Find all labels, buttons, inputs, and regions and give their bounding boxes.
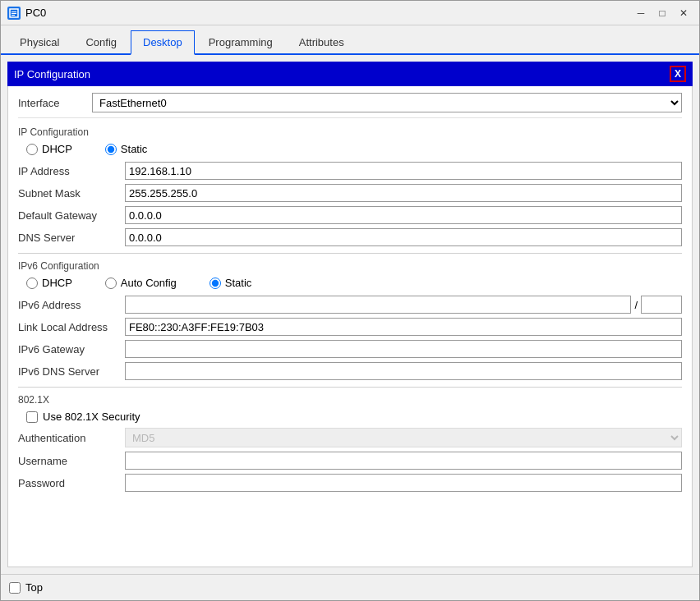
subnet-mask-row: Subnet Mask: [18, 184, 682, 202]
interface-select[interactable]: FastEthernet0: [92, 93, 682, 112]
ipv6-section-title: IPv6 Configuration: [18, 260, 682, 272]
password-row: Password: [18, 474, 682, 492]
ipv6-dns-label: IPv6 DNS Server: [18, 365, 125, 378]
ipv6-prefix-input[interactable]: [641, 296, 682, 314]
subnet-mask-input[interactable]: [125, 184, 682, 202]
minimize-button[interactable]: ─: [632, 4, 650, 22]
default-gateway-row: Default Gateway: [18, 206, 682, 224]
interface-row: Interface FastEthernet0: [18, 93, 682, 118]
dns-server-row: DNS Server: [18, 228, 682, 246]
svg-rect-2: [12, 13, 16, 14]
title-bar: PC0 ─ □ ✕: [1, 1, 699, 25]
subnet-mask-label: Subnet Mask: [18, 187, 125, 200]
ip-address-row: IP Address: [18, 162, 682, 180]
ip-address-input[interactable]: [125, 162, 682, 180]
ipv6-dns-input[interactable]: [125, 362, 682, 380]
top-checkbox-row: Top: [9, 581, 43, 594]
dns-server-input[interactable]: [125, 228, 682, 246]
dhcp-radio-label[interactable]: DHCP: [26, 143, 72, 155]
ipv6-dhcp-radio-label[interactable]: DHCP: [26, 277, 72, 289]
ipv6-address-label: IPv6 Address: [18, 299, 125, 311]
ipv6-address-input[interactable]: [125, 296, 631, 314]
use-security-row: Use 802.1X Security: [26, 411, 682, 423]
close-button[interactable]: ✕: [675, 4, 693, 22]
tab-config[interactable]: Config: [73, 30, 129, 55]
ipv6-auto-radio[interactable]: [105, 278, 117, 289]
ipv4-section-title: IP Configuration: [18, 126, 682, 138]
static-radio[interactable]: [105, 144, 117, 155]
ip-address-label: IP Address: [18, 165, 125, 177]
ipv6-slash: /: [631, 299, 641, 311]
bottom-bar: Top: [1, 574, 699, 600]
divider-2: [18, 387, 682, 388]
ipv6-static-radio-label[interactable]: Static: [210, 277, 252, 289]
authentication-row: Authentication MD5: [18, 428, 682, 447]
link-local-row: Link Local Address: [18, 318, 682, 336]
top-checkbox[interactable]: [9, 582, 21, 594]
dhcp-radio[interactable]: [26, 144, 38, 155]
tab-attributes[interactable]: Attributes: [287, 30, 357, 55]
ipv6-address-row: IPv6 Address /: [18, 296, 682, 314]
ipv4-radio-row: DHCP Static: [26, 143, 682, 155]
ip-config-close-button[interactable]: X: [670, 66, 686, 82]
username-label: Username: [18, 455, 125, 467]
svg-rect-3: [12, 15, 15, 16]
dns-server-label: DNS Server: [18, 232, 125, 244]
link-local-label: Link Local Address: [18, 321, 125, 333]
ipv6-static-radio[interactable]: [210, 278, 221, 289]
username-row: Username: [18, 452, 682, 470]
tab-physical[interactable]: Physical: [7, 30, 71, 55]
ipv6-radio-row: DHCP Auto Config Static: [26, 277, 682, 289]
use-security-checkbox[interactable]: [26, 411, 38, 423]
authentication-select: MD5: [125, 428, 682, 447]
ipv6-gateway-input[interactable]: [125, 340, 682, 358]
tab-bar: Physical Config Desktop Programming Attr…: [1, 25, 699, 55]
divider-1: [18, 253, 682, 254]
ipv6-gateway-label: IPv6 Gateway: [18, 343, 125, 356]
ipv6-gateway-row: IPv6 Gateway: [18, 340, 682, 358]
ipv6-dns-row: IPv6 DNS Server: [18, 362, 682, 380]
interface-label: Interface: [18, 97, 92, 109]
default-gateway-label: Default Gateway: [18, 209, 125, 222]
tab-desktop[interactable]: Desktop: [131, 30, 195, 55]
authentication-label: Authentication: [18, 432, 125, 444]
static-radio-label[interactable]: Static: [105, 143, 148, 155]
tab-programming[interactable]: Programming: [196, 30, 285, 55]
username-input[interactable]: [125, 452, 682, 470]
content-area: IP Configuration X Interface FastEtherne…: [1, 55, 699, 574]
dot1x-section-title: 802.1X: [18, 394, 682, 406]
config-panel: Interface FastEthernet0 IP Configuration…: [7, 86, 693, 567]
ip-config-header: IP Configuration X: [7, 62, 693, 86]
use-security-label[interactable]: Use 802.1X Security: [43, 411, 140, 423]
svg-rect-1: [12, 11, 16, 12]
window-title: PC0: [25, 7, 632, 19]
maximize-button[interactable]: □: [653, 4, 671, 22]
main-window: PC0 ─ □ ✕ Physical Config Desktop Progra…: [0, 0, 700, 601]
ipv6-dhcp-radio[interactable]: [26, 278, 38, 289]
password-label: Password: [18, 477, 125, 489]
default-gateway-input[interactable]: [125, 206, 682, 224]
ipv6-auto-radio-label[interactable]: Auto Config: [105, 277, 177, 289]
password-input[interactable]: [125, 474, 682, 492]
window-icon: [7, 7, 21, 20]
title-bar-controls: ─ □ ✕: [632, 4, 693, 22]
link-local-input[interactable]: [125, 318, 682, 336]
ip-config-title: IP Configuration: [14, 68, 90, 80]
top-checkbox-label[interactable]: Top: [25, 581, 43, 594]
